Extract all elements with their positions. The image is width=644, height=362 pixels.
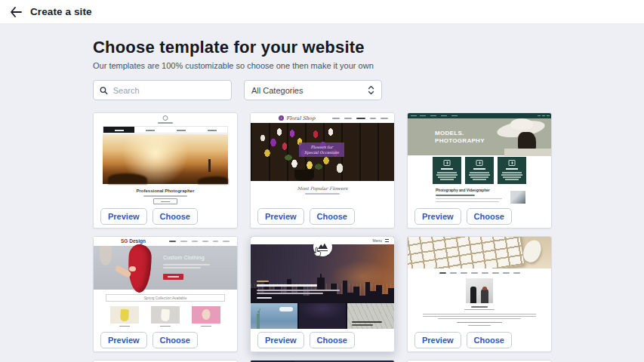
card-actions: Preview Choose	[251, 329, 394, 351]
top-bar: Create a site	[0, 0, 644, 24]
thumb-navbar	[103, 126, 228, 133]
choose-button[interactable]: Choose	[467, 332, 512, 348]
thumb-banner: Spring Collection Available	[106, 294, 225, 302]
thumb-hero-title: Custom Clothing	[163, 255, 205, 260]
preview-button[interactable]: Preview	[414, 332, 461, 348]
template-grid: Professional Photographer Preview Choose…	[93, 112, 644, 362]
preview-button[interactable]: Preview	[100, 332, 147, 348]
search-input[interactable]	[113, 86, 225, 95]
thumb-title: Professional Photographer	[94, 189, 237, 193]
template-thumbnail-business	[408, 237, 551, 329]
computer-mouse	[520, 238, 544, 265]
product-row	[94, 306, 237, 324]
camera-icon	[444, 160, 451, 166]
template-card-city-travel[interactable]: Menu	[250, 236, 395, 352]
person-silhouette	[481, 289, 488, 303]
keyboard	[408, 237, 524, 268]
product-thumb	[192, 306, 220, 324]
category-dropdown[interactable]: All Categories	[244, 80, 382, 100]
video-icon	[509, 160, 516, 166]
thumb-header: Floral Shop	[251, 113, 394, 123]
card-actions: Preview Choose	[94, 329, 237, 351]
thumb-logo: SG Design	[121, 238, 146, 244]
section-heading: Choose template for your website	[93, 38, 644, 57]
chevron-up-down-icon	[368, 85, 374, 95]
thumb-tagline: Most Popular Flowers	[251, 186, 394, 191]
gallery-thumb-sketch	[347, 303, 394, 329]
gallery-row	[251, 303, 394, 329]
gallery-thumb-night-sky	[299, 303, 346, 329]
preview-button[interactable]: Preview	[414, 208, 461, 225]
choose-button[interactable]: Choose	[310, 208, 355, 225]
model-shoulders	[504, 149, 551, 156]
search-box[interactable]	[93, 80, 232, 100]
thumb-menu-label: Menu	[372, 238, 382, 243]
arrow-left-icon	[10, 7, 22, 17]
template-thumbnail-photographer: Professional Photographer	[94, 113, 237, 205]
text-line	[143, 195, 187, 197]
thumb-navbar	[408, 272, 551, 274]
thumb-cta-button	[163, 274, 183, 280]
page-title: Create a site	[30, 6, 92, 17]
model-hand	[129, 266, 136, 272]
section-subheading: Our templates are 100% customizable so c…	[93, 61, 644, 70]
feature-card	[465, 157, 494, 184]
template-card-floral-shop[interactable]: Flowers for Special Occasions Floral Sho…	[250, 112, 395, 229]
choose-button[interactable]: Choose	[153, 208, 198, 225]
preview-button[interactable]: Preview	[257, 208, 304, 225]
thumb-navbar	[408, 113, 551, 118]
template-thumbnail-models: MODELS. PHOTOGRAPHY	[408, 113, 551, 205]
fence-post	[208, 159, 211, 172]
thumb-logo: Floral Shop	[286, 115, 315, 121]
template-thumbnail-city: Menu	[251, 237, 394, 329]
feature-card	[498, 157, 526, 184]
template-card-models-photography[interactable]: MODELS. PHOTOGRAPHY	[407, 112, 552, 229]
choose-button[interactable]: Choose	[310, 332, 355, 348]
main-content: Choose template for your website Our tem…	[0, 24, 644, 362]
thumb-section-image	[510, 191, 525, 204]
card-actions: Preview Choose	[251, 205, 394, 228]
feature-cards	[408, 157, 551, 184]
template-card-sg-design[interactable]: SG Design Custom Clothing	[93, 236, 238, 352]
template-card-business-minimal[interactable]: Preview Choose	[407, 236, 552, 352]
field-silhouette	[108, 173, 147, 184]
office-photo	[466, 278, 493, 303]
choose-button[interactable]: Choose	[467, 208, 512, 225]
skyline-silhouette	[251, 273, 394, 303]
product-thumb	[110, 306, 139, 324]
thumb-logo-mark	[163, 115, 168, 121]
person-silhouette	[470, 287, 476, 303]
feature-card	[433, 157, 461, 184]
template-thumbnail-sg-design: SG Design Custom Clothing	[94, 237, 237, 329]
preview-button[interactable]: Preview	[257, 332, 304, 348]
search-icon	[100, 86, 108, 95]
thumb-hero-banner: Flowers for Special Occasions	[299, 143, 344, 157]
card-actions: Preview Choose	[408, 205, 551, 228]
thumb-header: SG Design	[94, 237, 237, 246]
mouse-cursor	[313, 247, 323, 258]
thumb-hero-title: MODELS. PHOTOGRAPHY	[435, 130, 485, 145]
template-card-photographer[interactable]: Professional Photographer Preview Choose	[93, 112, 238, 229]
thumb-button	[153, 198, 177, 204]
cloud	[279, 307, 293, 311]
flower-logo-icon	[279, 115, 284, 121]
thumb-hero-image	[103, 134, 228, 184]
hamburger-menu-icon	[385, 239, 389, 243]
text-line	[158, 122, 173, 124]
preview-button[interactable]: Preview	[100, 208, 147, 225]
choose-button[interactable]: Choose	[153, 332, 198, 348]
gallery-thumb-statue-of-liberty	[251, 303, 297, 329]
product-thumb	[151, 306, 180, 324]
card-actions: Preview Choose	[408, 329, 551, 351]
field-silhouette	[198, 176, 228, 184]
thumb-hero: MODELS. PHOTOGRAPHY	[408, 118, 551, 155]
hat-dome	[510, 118, 533, 130]
text-line	[305, 193, 340, 195]
thumb-section-title: Photography and Videographer	[436, 189, 490, 192]
category-selected-value: All Categories	[251, 86, 303, 95]
vase	[294, 170, 314, 181]
back-button[interactable]	[8, 4, 24, 20]
thumb-hero: Custom Clothing	[94, 246, 237, 290]
statue-silhouette	[257, 314, 260, 329]
filter-controls: All Categories	[93, 80, 644, 100]
